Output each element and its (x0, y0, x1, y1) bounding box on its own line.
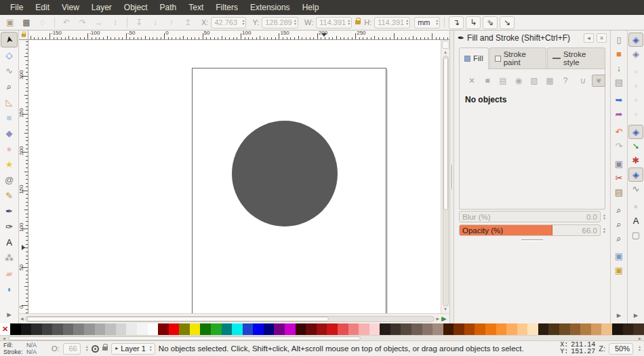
palette-swatch[interactable] (506, 323, 517, 335)
palette-swatch[interactable] (21, 323, 32, 335)
x-field[interactable]: 42.763 (211, 17, 246, 28)
bucket-tool[interactable]: ◖ (1, 281, 18, 297)
snap-bbox-corners-button[interactable]: ▫ (628, 79, 643, 93)
flip-vertical-button[interactable]: ↕ (108, 16, 123, 29)
palette-swatch[interactable] (10, 323, 21, 335)
select-all-button[interactable]: ▣ (3, 16, 18, 29)
select-all-layers-button[interactable]: ▩ (19, 16, 34, 29)
dock-collapse-button[interactable] (584, 33, 594, 43)
dock-close-button[interactable] (597, 33, 607, 43)
menu-object[interactable]: Object (118, 0, 154, 15)
lower-button[interactable]: ↓ (148, 16, 163, 29)
zoom-field-spinner[interactable] (639, 345, 641, 352)
text-tool[interactable]: A (1, 235, 18, 250)
snap-bbox-edges-button[interactable]: ▫ (628, 64, 643, 79)
export-button[interactable]: ➦ (611, 107, 626, 121)
lock-ratio-icon[interactable] (355, 20, 361, 24)
layer-visibility-toggle[interactable] (92, 345, 99, 353)
palette-swatch[interactable] (105, 323, 116, 335)
ellipse-tool[interactable]: ● (1, 141, 18, 157)
opacity-spinner[interactable] (603, 227, 605, 234)
palette-swatch[interactable] (317, 323, 327, 335)
snap-text-baseline-button[interactable]: A (628, 214, 643, 228)
copy-button[interactable]: ▣ (611, 157, 626, 171)
menu-help[interactable]: Help (296, 0, 325, 15)
palette-swatch[interactable] (264, 323, 275, 335)
snap-path-intersections-button[interactable]: ✱ (628, 153, 643, 167)
selector-tool[interactable]: ➤ (1, 32, 18, 47)
snap-bbox-edge-midpoints-button[interactable]: ▫ (628, 93, 643, 107)
palette-swatch[interactable] (52, 323, 63, 335)
vertical-scroll-track[interactable] (443, 56, 449, 306)
palette-swatch[interactable] (338, 323, 348, 335)
layer-selector-spinner[interactable] (150, 345, 152, 352)
palette-swatch[interactable] (591, 323, 602, 335)
palette-swatch[interactable] (359, 323, 369, 335)
palette-swatch[interactable] (612, 323, 623, 335)
palette-swatch[interactable] (158, 323, 169, 335)
y-spinner[interactable] (294, 19, 296, 26)
paste-button[interactable]: ▤ (611, 185, 626, 199)
palette-swatch[interactable] (580, 323, 591, 335)
scrollbar-corner-button[interactable] (442, 41, 449, 49)
menu-path[interactable]: Path (154, 0, 183, 15)
palette-swatch[interactable] (274, 323, 285, 335)
ellipse-object[interactable] (232, 121, 338, 226)
tab-fill[interactable]: Fill (459, 47, 489, 69)
snap-nodes-button[interactable]: ◈ (628, 125, 643, 139)
palette-swatch[interactable] (84, 323, 95, 335)
palette-swatch[interactable] (137, 323, 148, 335)
height-spinner[interactable] (406, 19, 408, 26)
snap-cusp-nodes-button[interactable]: ◈ (628, 167, 643, 182)
units-spinner[interactable] (436, 19, 438, 26)
clone-button[interactable]: ▣ (611, 263, 626, 277)
palette-swatch[interactable] (253, 323, 264, 335)
palette-swatch[interactable] (42, 323, 53, 335)
vertical-scroll-thumb[interactable] (443, 58, 448, 210)
rotate-ccw-button[interactable]: ↶ (59, 16, 74, 29)
cut-button[interactable]: ✂ (611, 171, 626, 185)
spray-tool[interactable]: ⁂ (1, 250, 18, 266)
palette-swatch[interactable] (190, 323, 201, 335)
zoom-page-button[interactable]: ⌕ (611, 231, 626, 245)
commands-expander[interactable]: ▸ (611, 308, 626, 322)
palette-swatch[interactable] (401, 323, 411, 335)
color-managed-display-icon[interactable] (439, 314, 448, 324)
node-tool[interactable]: ◇ (1, 47, 18, 63)
horizontal-scroll-track[interactable] (25, 316, 435, 322)
palette-swatch[interactable] (432, 323, 443, 335)
paint-pattern-button[interactable]: ▨ (527, 75, 541, 87)
canvas[interactable] (28, 40, 441, 313)
affect-patterns-button[interactable]: ↘ (500, 16, 515, 29)
affect-stroke-width-button[interactable]: ↴ (449, 16, 464, 29)
palette-swatch[interactable] (296, 323, 306, 335)
y-field[interactable]: 128.289 (262, 17, 298, 28)
undo-button[interactable]: ↶ (611, 125, 626, 139)
palette-swatch[interactable] (570, 323, 581, 335)
layer-selector[interactable]: Layer 1 (111, 343, 155, 355)
palette-swatch[interactable] (169, 323, 180, 335)
open-document-button[interactable]: ■ (611, 47, 626, 61)
palette-swatch[interactable] (623, 323, 634, 335)
calligraphy-tool[interactable]: ✑ (1, 219, 18, 235)
lower-to-bottom-button[interactable]: ↧ (132, 16, 146, 29)
palette-swatch[interactable] (443, 323, 454, 335)
deselect-button[interactable]: ◌ (35, 16, 50, 29)
palette-swatch[interactable] (548, 323, 559, 335)
palette-swatch[interactable] (527, 323, 538, 335)
duplicate-button[interactable]: ▣ (611, 249, 626, 263)
snap-smooth-nodes-button[interactable]: ∿ (628, 182, 643, 196)
opacity-field-spinner[interactable] (86, 345, 88, 352)
save-document-button[interactable]: ↓ (611, 61, 626, 75)
tweak-tool[interactable]: ∿ (1, 63, 18, 79)
tab-stroke-style[interactable]: Stroke style (547, 47, 605, 69)
palette-swatch[interactable] (116, 323, 127, 335)
scroll-up-arrow[interactable] (443, 50, 447, 56)
measure-tool[interactable]: ◺ (1, 94, 18, 110)
redo-button[interactable]: ↷ (611, 139, 626, 153)
palette-swatch[interactable] (601, 323, 612, 335)
box3d-tool[interactable]: ◆ (1, 125, 18, 141)
palette-swatch[interactable] (31, 323, 42, 335)
horizontal-ruler[interactable]: -150-100-50050100150200250 (28, 31, 449, 40)
palette-swatch[interactable] (517, 323, 528, 335)
